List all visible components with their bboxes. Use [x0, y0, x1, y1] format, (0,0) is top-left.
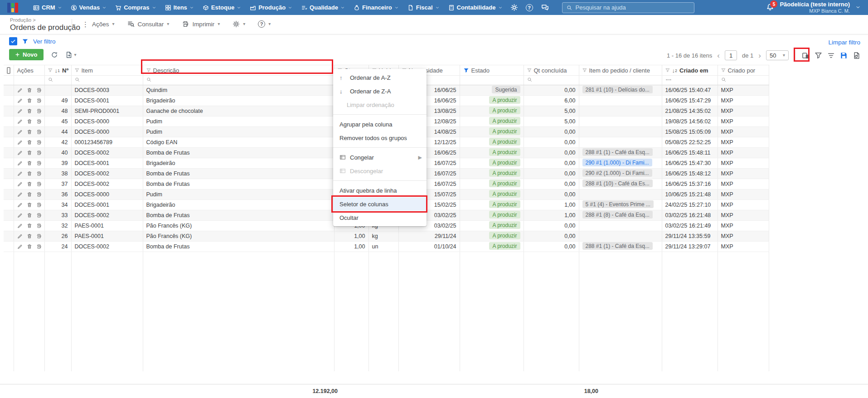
- filter-checkbox[interactable]: [9, 37, 17, 45]
- save-view-icon[interactable]: [840, 52, 848, 59]
- delete-icon[interactable]: [27, 98, 32, 103]
- limpar-filtro-link[interactable]: Limpar filtro: [828, 39, 860, 46]
- user-menu[interactable]: Pãodelícia (teste interno) MXP Bianca C.…: [780, 1, 850, 14]
- order-item-badge[interactable]: 288 #1 (8) - Café da Esq...: [582, 211, 653, 218]
- order-item-badge[interactable]: 290 #1 (1.000) - Di Fami...: [582, 159, 652, 166]
- nav-item-producao[interactable]: Produção: [250, 4, 292, 11]
- chat-icon[interactable]: [541, 4, 549, 11]
- page-number-input[interactable]: [725, 50, 737, 60]
- filter-cell-desc[interactable]: [143, 76, 334, 85]
- delete-icon[interactable]: [27, 87, 32, 93]
- print-icon[interactable]: [36, 108, 42, 114]
- edit-icon[interactable]: [17, 233, 23, 239]
- column-header-qtc[interactable]: Qt concluída: [524, 65, 579, 76]
- print-icon[interactable]: [36, 233, 42, 239]
- edit-icon[interactable]: [17, 202, 23, 208]
- edit-icon[interactable]: [17, 160, 23, 166]
- filter-icon[interactable]: [815, 52, 822, 59]
- nav-item-qualidade[interactable]: Qualidade: [301, 4, 345, 11]
- menu-item-ocultar[interactable]: Ocultar: [333, 211, 427, 224]
- nav-item-financeiro[interactable]: Financeiro: [354, 4, 399, 11]
- order-item-badge[interactable]: 290 #2 (1.000) - Di Fami...: [582, 169, 652, 177]
- delete-icon[interactable]: [27, 202, 32, 208]
- edit-icon[interactable]: [17, 181, 23, 187]
- help-menu-button[interactable]: ? ▾: [258, 20, 271, 28]
- delete-icon[interactable]: [27, 129, 32, 135]
- print-icon[interactable]: [36, 87, 42, 93]
- order-item-badge[interactable]: 288 #1 (1) - Café da Esq...: [582, 148, 653, 156]
- notifications-button[interactable]: 5: [766, 3, 774, 11]
- edit-icon[interactable]: [17, 119, 23, 124]
- print-icon[interactable]: [36, 223, 42, 228]
- delete-icon[interactable]: [27, 233, 32, 239]
- menu-item-congelar[interactable]: Congelar▶: [333, 150, 427, 164]
- nav-item-contabilidade[interactable]: Contabilidade: [448, 4, 503, 11]
- breadcrumb[interactable]: Produção >: [10, 17, 36, 23]
- refresh-icon[interactable]: [51, 51, 58, 58]
- nav-item-vendas[interactable]: Vendas: [71, 4, 107, 11]
- print-icon[interactable]: [36, 213, 42, 218]
- order-item-badge[interactable]: 288 #1 (1) - Café da Esq...: [582, 242, 653, 250]
- edit-icon[interactable]: [17, 140, 23, 145]
- new-button[interactable]: Novo: [9, 49, 44, 60]
- select-all-checkbox[interactable]: [7, 67, 10, 74]
- help-icon[interactable]: ?: [526, 4, 533, 11]
- delete-icon[interactable]: [27, 223, 32, 228]
- actions-menu-button[interactable]: ⋮ Ações ▾: [82, 21, 115, 28]
- column-header-num[interactable]: ↓1Nº: [44, 65, 71, 76]
- edit-icon[interactable]: [17, 150, 23, 155]
- print-icon[interactable]: [36, 119, 42, 124]
- column-header-estado[interactable]: Estado: [460, 65, 524, 76]
- print-icon[interactable]: [36, 171, 42, 176]
- column-header-acoes[interactable]: Ações: [14, 65, 44, 76]
- filter-cell-qtc[interactable]: [524, 76, 579, 85]
- print-icon[interactable]: [36, 202, 42, 208]
- edit-icon[interactable]: [17, 87, 23, 93]
- clear-sort-icon[interactable]: [827, 52, 835, 59]
- column-header-item[interactable]: Item: [71, 65, 143, 76]
- edit-icon[interactable]: [17, 213, 23, 218]
- page-size-select[interactable]: 50 ▾: [766, 50, 789, 60]
- delete-icon[interactable]: [27, 244, 32, 249]
- print-icon[interactable]: [36, 181, 42, 187]
- delete-icon[interactable]: [27, 160, 32, 166]
- consult-menu-button[interactable]: Consultar ▾: [127, 20, 170, 28]
- help-search-input[interactable]: [576, 4, 690, 11]
- edit-icon[interactable]: [17, 192, 23, 197]
- column-header-criado_por[interactable]: Criado por: [718, 65, 769, 76]
- column-header-criado_em[interactable]: ↓2Criado em: [662, 65, 718, 76]
- delete-icon[interactable]: [27, 171, 32, 176]
- filter-cell-item[interactable]: [71, 76, 143, 85]
- nav-item-crm[interactable]: CRM: [33, 4, 62, 11]
- menu-item-ordenar-de-z-a[interactable]: ↓Ordenar de Z-A: [333, 84, 427, 98]
- delete-icon[interactable]: [27, 192, 32, 197]
- column-header-desc[interactable]: Descrição: [143, 65, 334, 76]
- reset-view-icon[interactable]: [853, 52, 860, 59]
- delete-icon[interactable]: [27, 140, 32, 145]
- print-icon[interactable]: [36, 140, 42, 145]
- nav-item-itens[interactable]: Itens: [165, 4, 194, 11]
- delete-icon[interactable]: [27, 108, 32, 114]
- print-icon[interactable]: [36, 160, 42, 166]
- edit-icon[interactable]: [17, 129, 23, 135]
- filter-cell-criado_por[interactable]: [718, 76, 769, 85]
- column-header-pedido[interactable]: Item do pedido / cliente: [579, 65, 662, 76]
- config-menu-button[interactable]: ▾: [233, 20, 245, 28]
- order-item-badge[interactable]: 281 #1 (10) - Delícias do...: [582, 86, 653, 93]
- menu-item-ordenar-de-a-z[interactable]: ↑Ordenar de A-Z: [333, 71, 427, 84]
- print-icon[interactable]: [36, 129, 42, 135]
- nav-item-compras[interactable]: Compras: [115, 4, 156, 11]
- print-menu-button[interactable]: Imprimir ▾: [182, 20, 220, 28]
- delete-icon[interactable]: [27, 150, 32, 155]
- delete-icon[interactable]: [27, 119, 32, 124]
- print-icon[interactable]: [36, 192, 42, 197]
- table-row[interactable]: ⋮24DOCES-0002Bomba de Frutas1,00un01/10/…: [4, 242, 769, 252]
- order-item-badge[interactable]: 288 #1 (10) - Café da Es...: [582, 180, 653, 187]
- edit-icon[interactable]: [17, 223, 23, 228]
- filter-cell-criado_em[interactable]: [662, 76, 718, 85]
- print-icon[interactable]: [36, 98, 42, 103]
- menu-item-agrupar-pela-coluna[interactable]: Agrupar pela coluna: [333, 117, 427, 131]
- column-header-sel[interactable]: [4, 65, 14, 76]
- edit-icon[interactable]: [17, 171, 23, 176]
- settings-icon[interactable]: [510, 4, 518, 11]
